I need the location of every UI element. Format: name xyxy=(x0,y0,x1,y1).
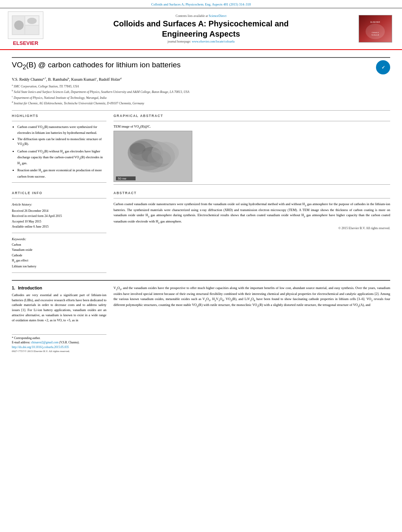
introduction-left-text: Cathodes are very essential and a signif… xyxy=(12,293,106,323)
homepage-link[interactable]: www.elsevier.com/locate/colsurfa xyxy=(192,40,234,43)
elsevier-logo-box xyxy=(8,11,43,39)
article-area: VO2(B) @ carbon cathodes for lithium ion… xyxy=(0,50,402,357)
article-title: VO2(B) @ carbon cathodes for lithium ion… xyxy=(12,60,181,71)
svg-point-5 xyxy=(27,18,37,24)
svg-point-4 xyxy=(14,20,24,30)
homepage-label: journal homepage: xyxy=(168,40,191,43)
doi-link[interactable]: http://dx.doi.org/10.1016/j.colsurfa.201… xyxy=(12,345,69,349)
cover-svg: ELSEVIER Colloids & Surfaces A xyxy=(359,15,392,43)
highlights-list: Carbon coated VO2(B) nanostructures were… xyxy=(12,124,106,179)
issn-line: 0927-7757/© 2015 Elsevier B.V. All right… xyxy=(12,350,106,353)
highlight-item-3: Carbon coated VO2(B) without H2 gas elec… xyxy=(17,149,106,167)
journal-citation-header: Colloids and Surfaces A; Physicochem. En… xyxy=(0,0,402,8)
crossmark-logo[interactable]: ✓ xyxy=(376,60,390,74)
section-title-text: Introduction xyxy=(18,285,42,290)
svg-rect-20 xyxy=(114,131,192,182)
article-info-head: ARTICLE INFO xyxy=(12,191,106,195)
journal-title-line2: Engineering Aspects xyxy=(162,30,240,38)
article-history: Article history: Received 26 December 20… xyxy=(12,202,106,230)
info-rule xyxy=(12,198,106,198)
highlights-section: HIGHLIGHTS Carbon coated VO2(B) nanostru… xyxy=(12,114,106,188)
highlights-graphical-section: HIGHLIGHTS Carbon coated VO2(B) nanostru… xyxy=(12,114,390,188)
abstract-text: Carbon coated vanadium oxide nanostructu… xyxy=(114,202,390,225)
abstract-head: ABSTRACT xyxy=(114,191,390,195)
graphical-abstract-head: GRAPHICAL ABSTRACT xyxy=(114,114,390,118)
journal-cover-right-image: ELSEVIER Colloids & Surfaces A xyxy=(359,15,392,43)
revised-date: Received in revised form 24 April 2015 xyxy=(12,213,106,219)
journal-cover-image xyxy=(12,15,39,35)
section-number: 1. xyxy=(12,285,15,290)
article-info-section: ARTICLE INFO Article history: Received 2… xyxy=(12,191,106,276)
keywords-label: Keywords: xyxy=(12,237,26,241)
contents-label: Contents lists available at xyxy=(176,14,208,18)
email-note: E-mail address: chinarest2@gmail.com (V.… xyxy=(12,341,106,344)
elsevier-wordmark: ELSEVIER xyxy=(8,40,43,46)
introduction-section: 1. Introduction Cathodes are very essent… xyxy=(12,285,390,353)
abstract-rule xyxy=(114,198,390,198)
keyword-1: Carbon xyxy=(12,243,21,247)
homepage-line: journal homepage: www.elsevier.com/locat… xyxy=(47,40,355,43)
journal-title-line1: Colloids and Surfaces A: Physicochemical… xyxy=(114,19,289,28)
doi-line: http://dx.doi.org/10.1016/j.colsurfa.201… xyxy=(12,345,106,349)
keywords-section: Keywords: Carbon Vanadium oxide Cathode … xyxy=(12,236,106,269)
keywords-rule xyxy=(12,233,106,233)
sciencedirect-link[interactable]: ScienceDirect xyxy=(209,14,227,18)
affiliations: a SMC Corporation, College Station, TX 7… xyxy=(12,83,390,106)
footnote-area: * Corresponding author. E-mail address: … xyxy=(12,334,106,353)
history-label: Article history: xyxy=(12,202,106,207)
accepted-date: Accepted 10 May 2015 xyxy=(12,219,106,224)
ga-tem-svg: 50 nw xyxy=(114,131,192,182)
graphical-abstract-rule xyxy=(114,121,390,121)
section-rule-1 xyxy=(12,110,390,111)
ga-bottom-rule xyxy=(114,184,390,185)
introduction-left: 1. Introduction Cathodes are very essent… xyxy=(12,285,106,353)
highlight-item-2: The diffraction spots can be indexed to … xyxy=(17,137,106,148)
journal-citation-link[interactable]: Colloids and Surfaces A; Physicochem. En… xyxy=(151,2,251,6)
ga-image-inner: 50 nw xyxy=(114,131,192,182)
svg-text:ELSEVIER: ELSEVIER xyxy=(370,21,380,23)
keywords-bottom-rule xyxy=(12,272,106,273)
keyword-2: Vanadium oxide xyxy=(12,248,32,252)
email-label: E-mail address: xyxy=(12,341,30,344)
email-note-text: (V.S.R. Channu). xyxy=(59,341,79,344)
authors-line: V.S. Reddy Channua,*, B. Rambabub, Kusum… xyxy=(12,77,390,82)
corresponding-label: * Corresponding author. xyxy=(12,336,41,340)
received-date: Received 26 December 2014 xyxy=(12,208,106,214)
journal-cover-right: ELSEVIER Colloids & Surfaces A xyxy=(359,15,394,43)
page: Colloids and Surfaces A; Physicochem. En… xyxy=(0,0,402,532)
journal-title: Colloids and Surfaces A: Physicochemical… xyxy=(47,19,355,39)
ga-label: TEM image of VO2(B)@C. xyxy=(114,124,390,130)
journal-info-center: Contents lists available at ScienceDirec… xyxy=(47,14,355,43)
journal-header: ELSEVIER Contents lists available at Sci… xyxy=(0,8,402,50)
introduction-right-text: V2O5, and the vanadium oxides have the p… xyxy=(114,285,390,309)
available-date: Available online 6 June 2015 xyxy=(12,224,106,230)
top-rule xyxy=(12,57,390,58)
highlights-bottom-rule xyxy=(12,182,106,183)
abstract-section: ABSTRACT Carbon coated vanadium oxide na… xyxy=(114,191,390,276)
info-abstract-section: ARTICLE INFO Article history: Received 2… xyxy=(12,191,390,276)
email-link[interactable]: chinarest2@gmail.com xyxy=(31,341,59,344)
copyright-line: © 2015 Elsevier B.V. All rights reserved… xyxy=(114,226,390,230)
ga-image: 50 nw xyxy=(114,131,192,182)
svg-text:50 nw: 50 nw xyxy=(118,177,127,180)
highlights-head: HIGHLIGHTS xyxy=(12,114,106,118)
graphical-abstract-section: GRAPHICAL ABSTRACT TEM image of VO2(B)@C… xyxy=(114,114,390,188)
introduction-title: 1. Introduction xyxy=(12,285,106,290)
keyword-3: Cathode xyxy=(12,254,22,257)
keyword-5: Lithium ion battery xyxy=(12,265,36,268)
highlight-item-1: Carbon coated VO2(B) nanostructures were… xyxy=(17,124,106,135)
corresponding-author-note: * Corresponding author. xyxy=(12,336,106,340)
svg-rect-3 xyxy=(25,26,39,34)
highlights-rule xyxy=(12,121,106,121)
introduction-rule xyxy=(12,280,390,281)
elsevier-logo: ELSEVIER xyxy=(8,11,43,46)
svg-text:Colloids &: Colloids & xyxy=(372,32,379,33)
contents-available-line: Contents lists available at ScienceDirec… xyxy=(47,14,355,18)
svg-text:Surfaces A: Surfaces A xyxy=(372,34,379,36)
highlight-item-4: Reaction under H2 gas more economical in… xyxy=(17,168,106,179)
keyword-4: H2 gas effect xyxy=(12,259,28,262)
introduction-right: V2O5, and the vanadium oxides have the p… xyxy=(114,285,390,353)
